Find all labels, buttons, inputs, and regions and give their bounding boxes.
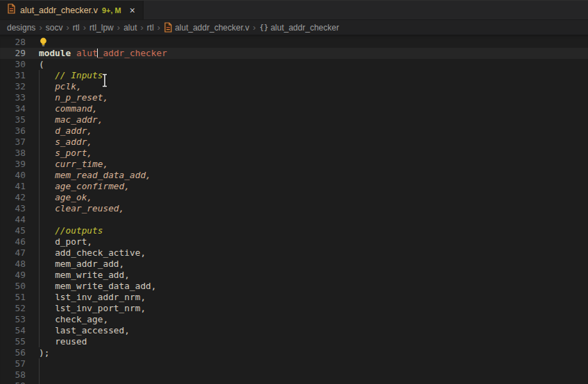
code-token	[39, 314, 55, 324]
code-line-50[interactable]: 50 mem_write_data_add,	[0, 281, 588, 292]
line-number[interactable]: 48	[0, 259, 26, 270]
indent-guide	[39, 303, 40, 314]
line-number[interactable]: 58	[0, 369, 26, 381]
code-token: // Inputs	[55, 70, 103, 80]
line-number[interactable]: 37	[0, 137, 26, 148]
code-line-44[interactable]: 44	[0, 214, 588, 225]
code-token	[39, 103, 55, 114]
tab-decoration-badge: 9+, M	[102, 6, 121, 15]
code-line-37[interactable]: 37 s_addr,	[0, 137, 588, 148]
lightbulb-icon[interactable]	[39, 37, 48, 47]
line-number[interactable]: 34	[0, 103, 26, 114]
line-number[interactable]: 55	[0, 336, 26, 347]
code-line-54[interactable]: 54 last_accessed,	[0, 325, 588, 336]
code-token	[39, 181, 55, 191]
line-number[interactable]: 30	[0, 59, 26, 70]
code-line-42[interactable]: 42 age_ok,	[0, 192, 588, 203]
code-line-31[interactable]: 31 // Inputs	[0, 70, 588, 81]
code-line-53[interactable]: 53 check_age,	[0, 314, 588, 325]
code-line-59[interactable]: 59	[0, 381, 588, 384]
code-line-43[interactable]: 43 clear_reused,	[0, 203, 588, 214]
code-token	[39, 170, 55, 180]
code-line-49[interactable]: 49 mem_write_add,	[0, 270, 588, 281]
code-line-34[interactable]: 34 command,	[0, 103, 588, 114]
line-number[interactable]: 31	[0, 70, 26, 81]
code-line-51[interactable]: 51 lst_inv_addr_nrm,	[0, 292, 588, 303]
line-number[interactable]: 41	[0, 181, 26, 192]
line-number[interactable]: 28	[0, 37, 26, 48]
line-number[interactable]: 44	[0, 214, 26, 225]
breadcrumb-item-designs[interactable]: designs	[7, 23, 35, 33]
indent-guide	[39, 159, 40, 170]
line-number[interactable]: 52	[0, 303, 26, 314]
code-token: n_p_reset,	[55, 92, 108, 103]
line-number[interactable]: 36	[0, 125, 26, 137]
breadcrumb-item-rtl[interactable]: rtl	[73, 23, 80, 33]
code-lines: 28 29module alut_addr_checker30(31 // In…	[0, 37, 588, 384]
line-number[interactable]: 56	[0, 347, 26, 358]
code-token: d_addr,	[55, 125, 92, 136]
code-line-33[interactable]: 33 n_p_reset,	[0, 92, 588, 103]
line-number[interactable]: 47	[0, 247, 26, 259]
breadcrumb-item-alut[interactable]: alut	[123, 23, 137, 33]
line-number[interactable]: 42	[0, 192, 26, 203]
line-number[interactable]: 53	[0, 314, 26, 325]
code-line-40[interactable]: 40 mem_read_data_add,	[0, 170, 588, 181]
code-token: last_accessed,	[55, 325, 130, 335]
line-number[interactable]: 40	[0, 170, 26, 181]
code-line-29[interactable]: 29module alut_addr_checker	[0, 48, 588, 59]
code-line-56[interactable]: 56);	[0, 347, 588, 358]
code-token: check_age,	[55, 314, 108, 324]
code-line-58[interactable]: 58	[0, 369, 588, 381]
editor-pane[interactable]: 28 29module alut_addr_checker30(31 // In…	[0, 35, 588, 384]
code-line-41[interactable]: 41 age_confirmed,	[0, 181, 588, 192]
code-token	[39, 281, 55, 291]
code-token: s_addr,	[55, 137, 92, 147]
line-number[interactable]: 33	[0, 92, 26, 103]
code-line-28[interactable]: 28	[0, 37, 588, 48]
line-number[interactable]: 35	[0, 114, 26, 125]
line-number[interactable]: 38	[0, 148, 26, 159]
chevron-right-icon: ›	[139, 22, 144, 33]
line-number[interactable]: 29	[0, 48, 26, 59]
code-line-32[interactable]: 32 pclk,	[0, 81, 588, 92]
line-number[interactable]: 59	[0, 381, 26, 384]
line-number[interactable]: 46	[0, 236, 26, 247]
code-line-55[interactable]: 55 reused	[0, 336, 588, 347]
line-number[interactable]: 50	[0, 281, 26, 292]
file-icon-slot-tab	[7, 3, 16, 17]
line-number[interactable]: 54	[0, 325, 26, 336]
tab-filename: alut_addr_checker.v	[20, 6, 98, 15]
breadcrumb-item-socv[interactable]: socv	[46, 23, 63, 33]
code-editor-window: alut_addr_checker.v 9+, M × designs › so…	[0, 0, 588, 384]
chevron-right-icon: ›	[156, 22, 162, 33]
line-number[interactable]: 51	[0, 292, 26, 303]
breadcrumb-item-symbol[interactable]: alut_addr_checker	[270, 23, 339, 33]
code-line-35[interactable]: 35 mac_addr,	[0, 114, 588, 125]
code-line-57[interactable]: 57	[0, 358, 588, 369]
breadcrumb-item-rtl-lpw[interactable]: rtl_lpw	[89, 23, 114, 33]
close-icon[interactable]: ×	[128, 6, 137, 15]
line-number[interactable]: 45	[0, 225, 26, 236]
code-line-46[interactable]: 46 d_port,	[0, 236, 588, 247]
code-line-38[interactable]: 38 s_port,	[0, 148, 588, 159]
code-line-48[interactable]: 48 mem_addr_add,	[0, 259, 588, 270]
code-line-45[interactable]: 45 //outputs	[0, 225, 588, 236]
verilog-file-icon	[164, 22, 173, 33]
breadcrumb-item-rtl2[interactable]: rtl	[147, 23, 154, 33]
code-line-39[interactable]: 39 curr_time,	[0, 159, 588, 170]
code-line-52[interactable]: 52 lst_inv_port_nrm,	[0, 303, 588, 314]
line-number[interactable]: 43	[0, 203, 26, 214]
chevron-right-icon: ›	[116, 22, 121, 33]
tab-alut-addr-checker[interactable]: alut_addr_checker.v 9+, M ×	[0, 1, 144, 19]
line-number[interactable]: 39	[0, 159, 26, 170]
line-number[interactable]: 32	[0, 81, 26, 92]
code-line-30[interactable]: 30(	[0, 59, 588, 70]
indent-guide	[39, 81, 40, 92]
code-line-36[interactable]: 36 d_addr,	[0, 125, 588, 137]
line-number[interactable]: 49	[0, 270, 26, 281]
code-line-47[interactable]: 47 add_check_active,	[0, 247, 588, 259]
line-number[interactable]: 57	[0, 358, 26, 369]
breadcrumb-item-file[interactable]: alut_addr_checker.v	[175, 23, 249, 33]
indent-guide	[39, 336, 40, 347]
